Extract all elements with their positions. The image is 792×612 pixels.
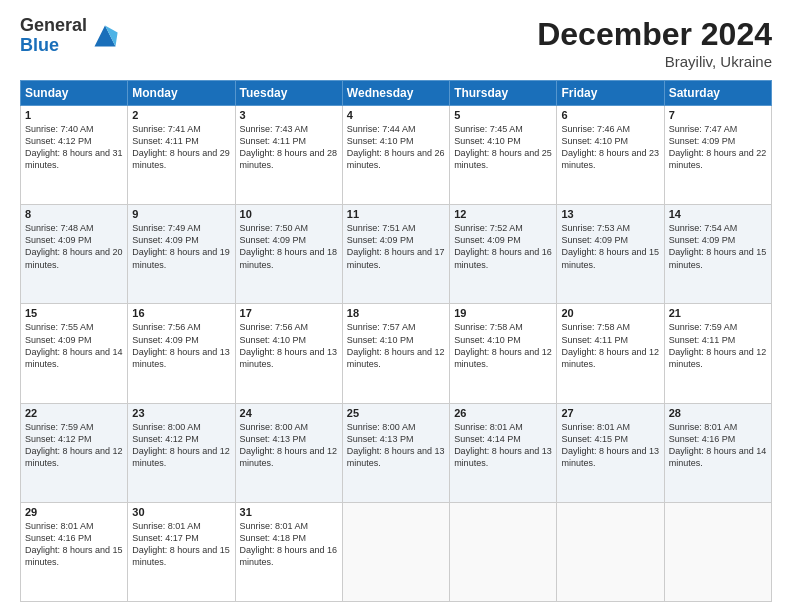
cell-info: Sunrise: 7:52 AMSunset: 4:09 PMDaylight:… — [454, 223, 552, 269]
calendar-cell: 2 Sunrise: 7:41 AMSunset: 4:11 PMDayligh… — [128, 106, 235, 205]
calendar-cell: 17 Sunrise: 7:56 AMSunset: 4:10 PMDaylig… — [235, 304, 342, 403]
calendar-cell: 14 Sunrise: 7:54 AMSunset: 4:09 PMDaylig… — [664, 205, 771, 304]
cell-info: Sunrise: 7:59 AMSunset: 4:12 PMDaylight:… — [25, 422, 123, 468]
day-number: 19 — [454, 307, 552, 319]
day-number: 4 — [347, 109, 445, 121]
day-number: 25 — [347, 407, 445, 419]
day-number: 23 — [132, 407, 230, 419]
calendar-cell: 4 Sunrise: 7:44 AMSunset: 4:10 PMDayligh… — [342, 106, 449, 205]
calendar-cell: 22 Sunrise: 7:59 AMSunset: 4:12 PMDaylig… — [21, 403, 128, 502]
cell-info: Sunrise: 8:01 AMSunset: 4:16 PMDaylight:… — [25, 521, 123, 567]
cell-info: Sunrise: 7:41 AMSunset: 4:11 PMDaylight:… — [132, 124, 230, 170]
cell-info: Sunrise: 7:50 AMSunset: 4:09 PMDaylight:… — [240, 223, 338, 269]
calendar-header-row: SundayMondayTuesdayWednesdayThursdayFrid… — [21, 81, 772, 106]
calendar-cell: 23 Sunrise: 8:00 AMSunset: 4:12 PMDaylig… — [128, 403, 235, 502]
calendar-cell: 20 Sunrise: 7:58 AMSunset: 4:11 PMDaylig… — [557, 304, 664, 403]
cell-info: Sunrise: 7:57 AMSunset: 4:10 PMDaylight:… — [347, 322, 445, 368]
calendar-week-row: 29 Sunrise: 8:01 AMSunset: 4:16 PMDaylig… — [21, 502, 772, 601]
cell-info: Sunrise: 7:58 AMSunset: 4:11 PMDaylight:… — [561, 322, 659, 368]
calendar-week-row: 15 Sunrise: 7:55 AMSunset: 4:09 PMDaylig… — [21, 304, 772, 403]
calendar-cell: 31 Sunrise: 8:01 AMSunset: 4:18 PMDaylig… — [235, 502, 342, 601]
calendar-cell: 19 Sunrise: 7:58 AMSunset: 4:10 PMDaylig… — [450, 304, 557, 403]
day-number: 11 — [347, 208, 445, 220]
cell-info: Sunrise: 8:00 AMSunset: 4:12 PMDaylight:… — [132, 422, 230, 468]
cell-info: Sunrise: 7:53 AMSunset: 4:09 PMDaylight:… — [561, 223, 659, 269]
day-number: 8 — [25, 208, 123, 220]
calendar-cell: 5 Sunrise: 7:45 AMSunset: 4:10 PMDayligh… — [450, 106, 557, 205]
month-title: December 2024 — [537, 16, 772, 53]
day-number: 6 — [561, 109, 659, 121]
calendar-header-cell: Sunday — [21, 81, 128, 106]
logo-text: General Blue — [20, 16, 87, 56]
calendar-cell: 25 Sunrise: 8:00 AMSunset: 4:13 PMDaylig… — [342, 403, 449, 502]
cell-info: Sunrise: 7:47 AMSunset: 4:09 PMDaylight:… — [669, 124, 767, 170]
day-number: 9 — [132, 208, 230, 220]
cell-info: Sunrise: 8:00 AMSunset: 4:13 PMDaylight:… — [240, 422, 338, 468]
calendar-cell — [557, 502, 664, 601]
cell-info: Sunrise: 7:58 AMSunset: 4:10 PMDaylight:… — [454, 322, 552, 368]
calendar-header-cell: Wednesday — [342, 81, 449, 106]
subtitle: Brayiliv, Ukraine — [537, 53, 772, 70]
cell-info: Sunrise: 7:59 AMSunset: 4:11 PMDaylight:… — [669, 322, 767, 368]
logo: General Blue — [20, 16, 119, 56]
day-number: 22 — [25, 407, 123, 419]
calendar-header-cell: Saturday — [664, 81, 771, 106]
calendar-cell: 9 Sunrise: 7:49 AMSunset: 4:09 PMDayligh… — [128, 205, 235, 304]
calendar-cell: 13 Sunrise: 7:53 AMSunset: 4:09 PMDaylig… — [557, 205, 664, 304]
logo-icon — [91, 22, 119, 50]
cell-info: Sunrise: 7:44 AMSunset: 4:10 PMDaylight:… — [347, 124, 445, 170]
day-number: 16 — [132, 307, 230, 319]
page: General Blue December 2024 Brayiliv, Ukr… — [0, 0, 792, 612]
cell-info: Sunrise: 7:46 AMSunset: 4:10 PMDaylight:… — [561, 124, 659, 170]
calendar-header-cell: Friday — [557, 81, 664, 106]
calendar-header-cell: Monday — [128, 81, 235, 106]
calendar-cell — [664, 502, 771, 601]
day-number: 7 — [669, 109, 767, 121]
calendar-cell: 8 Sunrise: 7:48 AMSunset: 4:09 PMDayligh… — [21, 205, 128, 304]
header: General Blue December 2024 Brayiliv, Ukr… — [20, 16, 772, 70]
calendar-cell: 18 Sunrise: 7:57 AMSunset: 4:10 PMDaylig… — [342, 304, 449, 403]
calendar-cell: 29 Sunrise: 8:01 AMSunset: 4:16 PMDaylig… — [21, 502, 128, 601]
day-number: 2 — [132, 109, 230, 121]
calendar-cell: 21 Sunrise: 7:59 AMSunset: 4:11 PMDaylig… — [664, 304, 771, 403]
calendar-cell: 7 Sunrise: 7:47 AMSunset: 4:09 PMDayligh… — [664, 106, 771, 205]
day-number: 17 — [240, 307, 338, 319]
cell-info: Sunrise: 7:45 AMSunset: 4:10 PMDaylight:… — [454, 124, 552, 170]
calendar-header-cell: Tuesday — [235, 81, 342, 106]
day-number: 31 — [240, 506, 338, 518]
calendar-cell: 12 Sunrise: 7:52 AMSunset: 4:09 PMDaylig… — [450, 205, 557, 304]
calendar-cell — [450, 502, 557, 601]
day-number: 12 — [454, 208, 552, 220]
cell-info: Sunrise: 7:43 AMSunset: 4:11 PMDaylight:… — [240, 124, 338, 170]
calendar-week-row: 1 Sunrise: 7:40 AMSunset: 4:12 PMDayligh… — [21, 106, 772, 205]
calendar-cell: 30 Sunrise: 8:01 AMSunset: 4:17 PMDaylig… — [128, 502, 235, 601]
cell-info: Sunrise: 7:56 AMSunset: 4:10 PMDaylight:… — [240, 322, 338, 368]
day-number: 29 — [25, 506, 123, 518]
calendar-body: 1 Sunrise: 7:40 AMSunset: 4:12 PMDayligh… — [21, 106, 772, 602]
calendar-cell: 6 Sunrise: 7:46 AMSunset: 4:10 PMDayligh… — [557, 106, 664, 205]
cell-info: Sunrise: 7:56 AMSunset: 4:09 PMDaylight:… — [132, 322, 230, 368]
day-number: 10 — [240, 208, 338, 220]
cell-info: Sunrise: 7:51 AMSunset: 4:09 PMDaylight:… — [347, 223, 445, 269]
calendar-cell: 16 Sunrise: 7:56 AMSunset: 4:09 PMDaylig… — [128, 304, 235, 403]
cell-info: Sunrise: 7:49 AMSunset: 4:09 PMDaylight:… — [132, 223, 230, 269]
cell-info: Sunrise: 8:01 AMSunset: 4:14 PMDaylight:… — [454, 422, 552, 468]
cell-info: Sunrise: 7:54 AMSunset: 4:09 PMDaylight:… — [669, 223, 767, 269]
calendar-header-cell: Thursday — [450, 81, 557, 106]
calendar-cell: 3 Sunrise: 7:43 AMSunset: 4:11 PMDayligh… — [235, 106, 342, 205]
calendar-cell: 24 Sunrise: 8:00 AMSunset: 4:13 PMDaylig… — [235, 403, 342, 502]
day-number: 28 — [669, 407, 767, 419]
title-area: December 2024 Brayiliv, Ukraine — [537, 16, 772, 70]
cell-info: Sunrise: 8:01 AMSunset: 4:18 PMDaylight:… — [240, 521, 338, 567]
calendar: SundayMondayTuesdayWednesdayThursdayFrid… — [20, 80, 772, 602]
day-number: 15 — [25, 307, 123, 319]
cell-info: Sunrise: 8:01 AMSunset: 4:16 PMDaylight:… — [669, 422, 767, 468]
calendar-cell — [342, 502, 449, 601]
calendar-cell: 10 Sunrise: 7:50 AMSunset: 4:09 PMDaylig… — [235, 205, 342, 304]
logo-general: General — [20, 16, 87, 36]
calendar-cell: 15 Sunrise: 7:55 AMSunset: 4:09 PMDaylig… — [21, 304, 128, 403]
calendar-cell: 26 Sunrise: 8:01 AMSunset: 4:14 PMDaylig… — [450, 403, 557, 502]
cell-info: Sunrise: 8:01 AMSunset: 4:15 PMDaylight:… — [561, 422, 659, 468]
day-number: 27 — [561, 407, 659, 419]
calendar-cell: 27 Sunrise: 8:01 AMSunset: 4:15 PMDaylig… — [557, 403, 664, 502]
